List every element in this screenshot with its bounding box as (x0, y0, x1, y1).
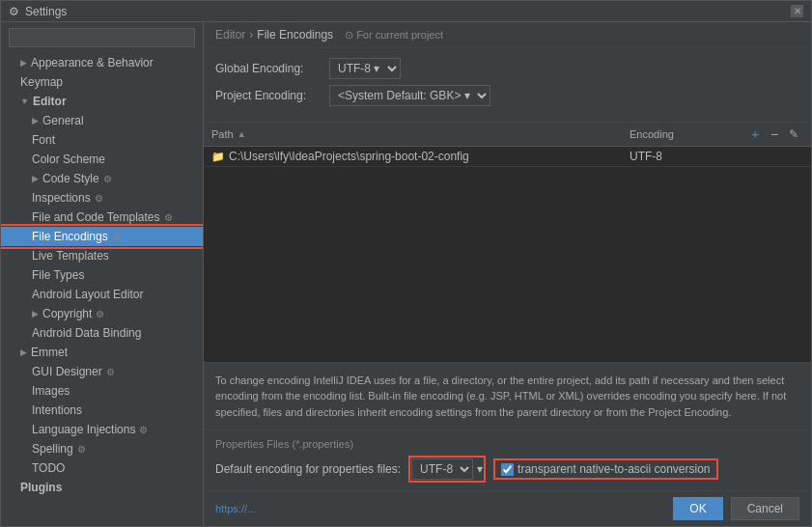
expand-arrow-icon: ▶ (32, 309, 39, 319)
sidebar-item-label: TODO (32, 461, 65, 475)
expand-arrow-icon: ▶ (32, 116, 39, 125)
gear-icon: ⚙ (77, 444, 86, 455)
sidebar-item-android-layout[interactable]: Android Layout Editor (1, 285, 203, 304)
right-panel: Editor › File Encodings ⊙ For current pr… (204, 22, 811, 526)
title-bar: ⚙ Settings ✕ (1, 1, 811, 22)
gear-icon: ⚙ (112, 232, 121, 242)
sidebar-item-file-encodings[interactable]: File Encodings ⚙ (1, 227, 203, 246)
sidebar-item-label: Android Layout Editor (32, 288, 143, 301)
properties-row: Default encoding for properties files: U… (215, 456, 799, 483)
title-bar-text: Settings (25, 5, 67, 18)
encoding-column-header: Encoding (630, 128, 745, 140)
sidebar-item-label: Live Templates (32, 249, 109, 263)
sidebar-item-label: Inspections (32, 191, 91, 205)
global-encoding-row: Global Encoding: UTF-8 ▾ (215, 58, 799, 79)
sidebar-item-label: Plugins (20, 481, 62, 494)
sidebar-tree: ▶ Appearance & Behavior Keymap ▼ Editor … (1, 53, 203, 526)
sidebar-item-label: Android Data Binding (32, 326, 141, 340)
global-encoding-select[interactable]: UTF-8 ▾ (329, 58, 401, 79)
sidebar-search-container (1, 22, 203, 53)
breadcrumb-note: ⊙ For current project (345, 29, 443, 42)
sidebar-item-todo[interactable]: TODO (1, 458, 203, 478)
expand-arrow-icon: ▶ (20, 58, 27, 68)
settings-window: ⚙ Settings ✕ ▶ Appearance & Behavior Key… (0, 0, 812, 527)
row-path-text: C:\Users\lfy\IdeaProjects\spring-boot-02… (229, 150, 469, 163)
sidebar-item-label: Intentions (32, 403, 82, 417)
row-encoding-text: UTF-8 (630, 150, 745, 163)
gear-icon: ⚙ (96, 309, 104, 319)
breadcrumb-current: File Encodings (257, 28, 333, 42)
gear-icon: ⚙ (103, 174, 112, 184)
breadcrumb: Editor › File Encodings ⊙ For current pr… (204, 22, 811, 48)
expand-arrow-icon: ▶ (32, 174, 39, 183)
properties-section: Properties Files (*.properties) Default … (204, 430, 811, 490)
sidebar-search-input[interactable] (9, 28, 195, 47)
sidebar-item-language-injections[interactable]: Language Injections ⚙ (1, 420, 203, 439)
path-column-header[interactable]: Path ▲ (211, 128, 630, 140)
sidebar-item-label: Font (32, 133, 55, 147)
add-button[interactable]: + (745, 126, 765, 142)
gear-icon: ⚙ (164, 212, 173, 223)
breadcrumb-separator: › (249, 28, 253, 42)
default-encoding-label: Default encoding for properties files: (215, 462, 401, 476)
row-path: 📁 C:\Users\lfy\IdeaProjects\spring-boot-… (211, 150, 630, 163)
table-header: Path ▲ Encoding + − ✎ (204, 123, 811, 147)
table-row[interactable]: 📁 C:\Users\lfy\IdeaProjects\spring-boot-… (204, 147, 811, 167)
gear-icon: ⚙ (139, 425, 148, 435)
sidebar-item-images[interactable]: Images (1, 381, 203, 401)
expand-arrow-icon: ▶ (20, 347, 27, 357)
sidebar-item-plugins[interactable]: Plugins (1, 478, 203, 497)
sidebar-item-code-style[interactable]: ▶ Code Style ⚙ (1, 169, 203, 188)
transparent-conversion-label: transparent native-to-ascii conversion (518, 462, 710, 476)
sidebar-item-inspections[interactable]: Inspections ⚙ (1, 188, 203, 208)
sort-arrow-icon: ▲ (238, 129, 246, 139)
sidebar-item-general[interactable]: ▶ General (1, 111, 203, 130)
gear-icon: ⚙ (95, 193, 103, 204)
sidebar-item-copyright[interactable]: ▶ Copyright ⚙ (1, 304, 203, 323)
bottom-buttons: OK Cancel (673, 497, 799, 520)
bottom-link[interactable]: https://... (215, 503, 256, 514)
breadcrumb-editor: Editor (215, 28, 245, 42)
sidebar-item-editor[interactable]: ▼ Editor (1, 92, 203, 111)
encoding-settings: Global Encoding: UTF-8 ▾ Project Encodin… (204, 48, 811, 123)
sidebar-item-font[interactable]: Font (1, 130, 203, 150)
sidebar-item-gui-designer[interactable]: GUI Designer ⚙ (1, 362, 203, 381)
edit-button[interactable]: ✎ (784, 127, 803, 141)
sidebar-item-label: Editor (33, 95, 67, 108)
sidebar-item-label: Emmet (31, 346, 68, 359)
sidebar-item-label: Spelling (32, 442, 73, 456)
sidebar-item-file-code-templates[interactable]: File and Code Templates ⚙ (1, 208, 203, 227)
cancel-button[interactable]: Cancel (731, 497, 799, 520)
description-text: To change encoding IntelliJ IDEA uses fo… (215, 374, 786, 418)
sidebar-item-label: GUI Designer (32, 365, 102, 378)
sidebar-item-label: Color Scheme (32, 153, 105, 166)
sidebar-item-appearance[interactable]: ▶ Appearance & Behavior (1, 53, 203, 72)
global-encoding-label: Global Encoding: (215, 62, 322, 75)
transparent-conversion-group: transparent native-to-ascii conversion (493, 458, 717, 480)
expand-arrow-icon: ▼ (20, 97, 29, 106)
sidebar-item-intentions[interactable]: Intentions (1, 401, 203, 420)
path-header-label: Path (211, 128, 234, 140)
sidebar-item-label: Images (32, 384, 70, 398)
select-arrow-icon: ▾ (477, 462, 483, 476)
sidebar-item-emmet[interactable]: ▶ Emmet (1, 343, 203, 362)
sidebar-item-file-types[interactable]: File Types (1, 265, 203, 285)
close-button[interactable]: ✕ (791, 5, 803, 17)
folder-icon: 📁 (211, 151, 225, 163)
sidebar-item-live-templates[interactable]: Live Templates (1, 246, 203, 265)
remove-button[interactable]: − (765, 126, 784, 142)
sidebar: ▶ Appearance & Behavior Keymap ▼ Editor … (1, 22, 204, 526)
table-body: 📁 C:\Users\lfy\IdeaProjects\spring-boot-… (204, 147, 811, 362)
default-encoding-select[interactable]: UTF-8 (411, 458, 473, 480)
sidebar-item-android-data-binding[interactable]: Android Data Binding (1, 323, 203, 343)
sidebar-item-label: Code Style (42, 172, 99, 185)
sidebar-item-label: Copyright (42, 307, 92, 320)
transparent-conversion-checkbox[interactable] (501, 463, 514, 476)
sidebar-item-keymap[interactable]: Keymap (1, 72, 203, 92)
sidebar-item-label: Language Injections (32, 423, 135, 436)
sidebar-item-label: General (42, 114, 84, 127)
ok-button[interactable]: OK (673, 497, 722, 520)
project-encoding-select[interactable]: <System Default: GBK> ▾ (329, 85, 490, 106)
sidebar-item-spelling[interactable]: Spelling ⚙ (1, 439, 203, 458)
sidebar-item-color-scheme[interactable]: Color Scheme (1, 150, 203, 169)
